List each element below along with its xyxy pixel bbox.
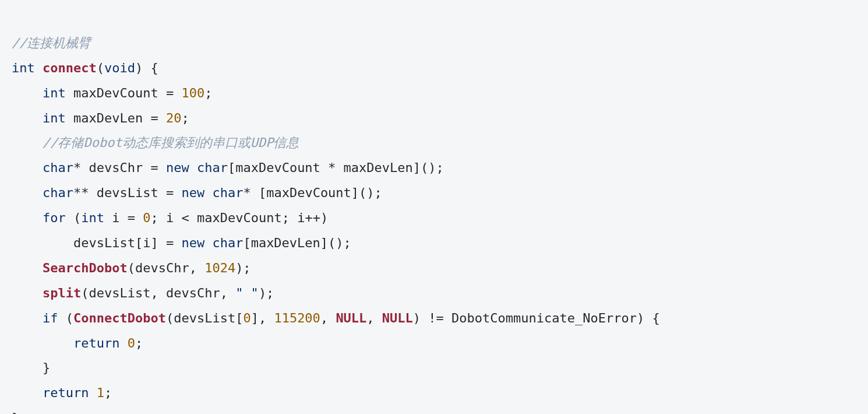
paren: ( bbox=[58, 311, 73, 325]
string: " " bbox=[235, 286, 259, 300]
ident: devsList bbox=[97, 185, 158, 200]
brace-open: { bbox=[150, 61, 158, 75]
expr: ; i < maxDevCount; i++) bbox=[150, 210, 328, 225]
kw-return: return bbox=[73, 336, 119, 350]
semi: ; bbox=[181, 111, 189, 125]
paren: ) bbox=[135, 61, 143, 75]
fn-searchdobot: SearchDobot bbox=[43, 261, 128, 275]
ident: devsChr bbox=[89, 160, 143, 175]
expr: [maxDevCount * maxDevLen](); bbox=[228, 160, 444, 175]
number: 1024 bbox=[204, 261, 235, 275]
kw-if: if bbox=[43, 311, 58, 325]
semi: ; bbox=[104, 385, 112, 400]
args: ], bbox=[251, 311, 274, 325]
kw-void: void bbox=[104, 61, 135, 75]
kw-null: NULL bbox=[336, 311, 366, 325]
kw-int: int bbox=[81, 210, 104, 225]
number: 115200 bbox=[274, 311, 320, 325]
kw-int: int bbox=[12, 61, 35, 75]
number: 0 bbox=[128, 336, 135, 350]
fn-connect: connect bbox=[43, 61, 97, 75]
expr: [maxDevLen](); bbox=[243, 236, 351, 250]
paren: ( bbox=[97, 61, 104, 75]
fn-split: split bbox=[43, 286, 81, 300]
expr: [maxDevCount](); bbox=[251, 185, 382, 200]
kw-for: for bbox=[43, 210, 66, 225]
kw-null: NULL bbox=[382, 311, 413, 325]
args: , bbox=[320, 311, 336, 325]
number: 0 bbox=[243, 311, 250, 325]
args: (devsList, devsChr, bbox=[81, 286, 235, 300]
comment-line: //存储Dobot动态库搜索到的串口或UDP信息 bbox=[43, 135, 299, 150]
args: (devsChr, bbox=[128, 261, 204, 275]
kw-return: return bbox=[43, 385, 89, 400]
ident: maxDevCount bbox=[73, 86, 158, 100]
fn-connectdobot: ConnectDobot bbox=[73, 311, 166, 325]
expr: ) != DobotCommunicate_NoError) { bbox=[413, 311, 660, 325]
kw-char: char bbox=[212, 185, 243, 200]
brace-close: } bbox=[43, 360, 50, 375]
star: * bbox=[73, 160, 81, 175]
kw-char: char bbox=[197, 160, 228, 175]
kw-int: int bbox=[43, 86, 66, 100]
brace-close: } bbox=[12, 411, 19, 414]
star: ** bbox=[73, 185, 89, 200]
kw-new: new bbox=[181, 236, 204, 250]
args: ); bbox=[235, 261, 251, 275]
star: * bbox=[243, 185, 250, 200]
number: 20 bbox=[166, 111, 182, 125]
ident: maxDevLen bbox=[73, 111, 143, 125]
kw-char: char bbox=[43, 160, 73, 175]
semi: ; bbox=[135, 336, 143, 350]
code-block: //连接机械臂 int connect(void) { int maxDevCo… bbox=[0, 0, 868, 414]
comment-line: //连接机械臂 bbox=[12, 36, 91, 50]
kw-int: int bbox=[43, 111, 66, 125]
args: , bbox=[366, 311, 382, 325]
kw-new: new bbox=[181, 185, 204, 200]
kw-char: char bbox=[212, 236, 243, 250]
op: = bbox=[119, 210, 143, 225]
semi: ; bbox=[204, 86, 212, 100]
expr: devsList[i] = bbox=[73, 236, 181, 250]
number: 100 bbox=[181, 86, 204, 100]
args: (devsList[ bbox=[166, 311, 243, 325]
kw-new: new bbox=[166, 160, 189, 175]
args: ); bbox=[259, 286, 274, 300]
kw-char: char bbox=[43, 185, 73, 200]
number: 1 bbox=[97, 385, 104, 400]
ident: i bbox=[112, 210, 119, 225]
op: = bbox=[158, 86, 182, 100]
op: = bbox=[143, 111, 166, 125]
number: 0 bbox=[143, 210, 150, 225]
